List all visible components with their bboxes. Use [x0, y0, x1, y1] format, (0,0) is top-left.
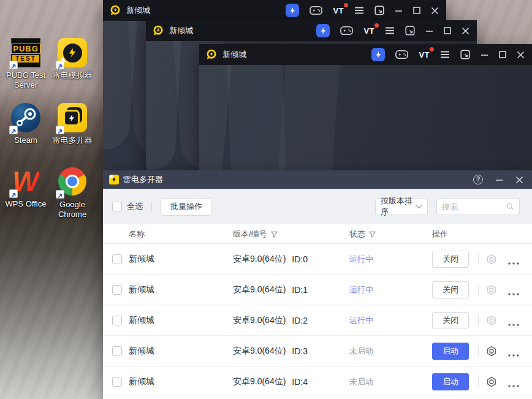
- row-version: 安卓9.0(64位): [233, 346, 286, 357]
- vt-badge[interactable]: VT: [333, 6, 344, 15]
- gear-icon[interactable]: [486, 284, 497, 295]
- notification-dot: [374, 23, 379, 28]
- row-version-cell: 安卓9.0(64位) ID:3: [233, 336, 308, 367]
- boost-icon[interactable]: [371, 48, 385, 61]
- row-version: 安卓9.0(64位): [233, 254, 286, 265]
- maximize-icon[interactable]: [444, 27, 451, 34]
- more-options-icon[interactable]: [507, 349, 520, 354]
- row-action-button[interactable]: 启动: [432, 343, 469, 360]
- desktop-icon-pubg-test-server[interactable]: PUBG TEST PUBG Test Server: [0, 38, 51, 90]
- select-all-label: 全选: [127, 201, 143, 212]
- desktop-icon-steam[interactable]: Steam: [0, 103, 51, 145]
- gear-icon[interactable]: [486, 315, 497, 326]
- maximize-icon[interactable]: [413, 7, 420, 14]
- desktop-icon-label: Steam: [0, 135, 51, 145]
- emulator-2-titlebar[interactable]: 新倾城 VT: [146, 20, 477, 41]
- close-icon[interactable]: [431, 7, 439, 15]
- row-id: ID:3: [292, 346, 308, 356]
- column-header-status: 状态: [349, 224, 376, 244]
- row-id: ID:0: [292, 254, 308, 264]
- desktop-icon-ldplayer[interactable]: 雷电模拟器: [47, 38, 98, 80]
- gear-icon[interactable]: [486, 346, 497, 357]
- table-row: 新倾城 安卓9.0(64位) ID:4 未启动 启动: [103, 367, 532, 397]
- gamepad-icon[interactable]: [395, 50, 408, 59]
- minimize-icon[interactable]: [425, 27, 433, 35]
- select-all-checkbox[interactable]: [112, 202, 122, 211]
- gear-icon[interactable]: [486, 376, 497, 387]
- status-badge: 未启动: [349, 336, 373, 367]
- menu-icon[interactable]: [354, 7, 364, 14]
- emulator-1-titlebar[interactable]: 新倾城 VT: [103, 0, 446, 21]
- boost-icon[interactable]: [286, 4, 299, 17]
- vt-badge[interactable]: VT: [419, 50, 430, 59]
- gear-icon[interactable]: [486, 254, 497, 265]
- chevron-down-icon: [416, 205, 422, 209]
- menu-icon[interactable]: [385, 27, 395, 34]
- minimize-icon[interactable]: [395, 7, 403, 15]
- ldplayer-logo-icon: [109, 4, 121, 17]
- row-checkbox[interactable]: [112, 254, 122, 264]
- shortcut-arrow-icon: [56, 190, 64, 199]
- window-title: 新倾城: [126, 5, 150, 16]
- small-window-icon[interactable]: [460, 50, 470, 59]
- more-options-icon[interactable]: [507, 257, 520, 262]
- menu-icon[interactable]: [440, 51, 450, 58]
- status-badge: 未启动: [349, 367, 373, 397]
- help-icon[interactable]: [473, 175, 483, 184]
- vt-badge[interactable]: VT: [363, 26, 374, 36]
- manager-window-title: 雷电多开器: [123, 174, 163, 185]
- sort-dropdown[interactable]: 按版本排序: [375, 198, 428, 215]
- row-name: 新倾城: [129, 275, 154, 305]
- minimize-icon[interactable]: [481, 51, 488, 59]
- emulator-3-screen: [199, 65, 532, 170]
- row-checkbox[interactable]: [112, 285, 122, 295]
- row-version: 安卓9.0(64位): [233, 376, 286, 387]
- small-window-icon[interactable]: [374, 6, 384, 15]
- row-action-button[interactable]: 关闭: [432, 281, 469, 298]
- desktop-icon-ld-multi-opener[interactable]: 雷电多开器: [47, 103, 98, 145]
- ldplayer-logo-icon: [152, 25, 164, 37]
- minimize-icon[interactable]: [495, 176, 503, 184]
- emulator-3-titlebar[interactable]: 新倾城 VT: [199, 44, 532, 65]
- close-icon[interactable]: [515, 176, 523, 184]
- shortcut-arrow-icon: [9, 126, 18, 134]
- maximize-icon[interactable]: [499, 51, 506, 58]
- row-checkbox[interactable]: [112, 346, 122, 356]
- row-checkbox[interactable]: [112, 316, 122, 325]
- desktop-icon-wps-office[interactable]: W WPS Office: [0, 167, 51, 209]
- ldplayer-logo-icon: [205, 48, 218, 61]
- small-window-icon[interactable]: [405, 26, 415, 36]
- row-action-button[interactable]: 关闭: [432, 312, 469, 329]
- close-icon[interactable]: [462, 27, 469, 35]
- filter-icon[interactable]: [271, 231, 278, 238]
- search-box[interactable]: [436, 198, 520, 215]
- column-header-version: 版本/编号: [233, 224, 278, 244]
- pubg-test-server-icon: PUBG TEST: [11, 38, 40, 67]
- shortcut-arrow-icon: [9, 61, 18, 69]
- row-divider: [478, 376, 479, 387]
- gamepad-icon[interactable]: [310, 6, 322, 15]
- row-action-button[interactable]: 启动: [432, 373, 469, 390]
- row-version-cell: 安卓9.0(64位) ID:0: [233, 244, 308, 275]
- desktop-icon-google-chrome[interactable]: Google Chrome: [47, 167, 98, 219]
- batch-operations-button[interactable]: 批量操作: [161, 198, 212, 216]
- shortcut-arrow-icon: [56, 61, 64, 69]
- filter-icon[interactable]: [369, 231, 376, 238]
- more-options-icon[interactable]: [507, 287, 520, 292]
- more-options-icon[interactable]: [507, 318, 520, 323]
- row-checkbox[interactable]: [112, 377, 122, 387]
- wps-office-icon: W: [11, 167, 40, 196]
- row-action-button[interactable]: 关闭: [432, 251, 469, 268]
- table-row: 新倾城 安卓9.0(64位) ID:2 运行中 关闭: [103, 305, 532, 336]
- desktop-icon-label: Google Chrome: [47, 200, 98, 219]
- close-icon[interactable]: [517, 51, 525, 59]
- more-options-icon[interactable]: [507, 379, 520, 384]
- row-divider: [478, 254, 479, 265]
- sort-dropdown-value: 按版本排序: [381, 196, 416, 218]
- table-row: 新倾城 安卓9.0(64位) ID:1 运行中 关闭: [103, 275, 532, 305]
- google-chrome-icon: [58, 167, 87, 197]
- boost-icon[interactable]: [316, 24, 330, 37]
- search-input[interactable]: [442, 202, 506, 211]
- manager-titlebar[interactable]: 雷电多开器: [103, 170, 532, 189]
- gamepad-icon[interactable]: [340, 26, 353, 36]
